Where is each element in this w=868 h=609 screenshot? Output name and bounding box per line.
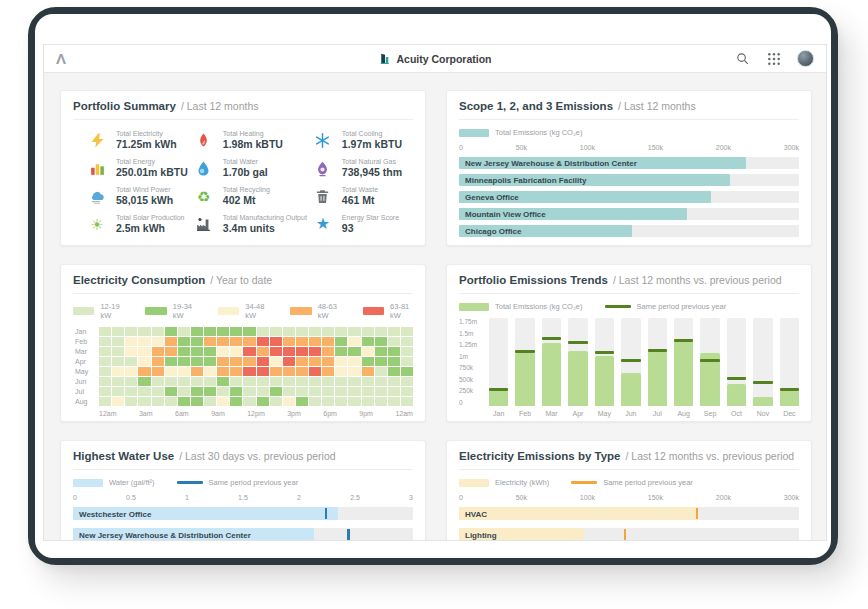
heatmap-cell (257, 337, 269, 346)
legend-swatch (73, 479, 103, 487)
heatmap-cell (125, 357, 137, 366)
heatmap-cell (191, 327, 203, 336)
legend-swatch (459, 479, 489, 487)
axis-tick: 100k (580, 144, 595, 151)
legend-item: Same period previous year (177, 478, 299, 487)
heatmap-cell (125, 387, 137, 396)
metric-value: 71.25m kWh (116, 138, 177, 150)
heatmap-cell (99, 347, 111, 356)
heatmap-row-label: Feb (73, 338, 99, 345)
metric-label: Total Natural Gas (342, 158, 402, 165)
card-scope-emissions: Scope 1, 2, and 3 Emissions / Last 12 mo… (446, 90, 812, 246)
bar-row: Minneapolis Fabrication Facility (459, 174, 799, 186)
previous-period-marker (753, 381, 772, 384)
metric-value: 2.5m kWh (116, 222, 184, 234)
axis-tick: 1 (185, 494, 189, 501)
heatmap-cell (401, 347, 413, 356)
heatmap-row-label: Mar (73, 348, 99, 355)
heatmap-cell (296, 377, 308, 386)
heatmap-cell (99, 337, 111, 346)
legend-swatch (459, 303, 489, 311)
card-title: Scope 1, 2, and 3 Emissions (459, 100, 613, 112)
heatmap-cell (401, 377, 413, 386)
y-axis: 1.75m1.5m1.25m1m750k500k250k0 (459, 318, 485, 406)
heatmap-cell (283, 397, 295, 406)
heatmap-cell (243, 357, 255, 366)
metric-value: 1.70b gal (223, 166, 268, 178)
heatmap-row-label: Jul (73, 388, 99, 395)
heatmap-cell (296, 357, 308, 366)
legend-item: Same period previous year (605, 302, 727, 311)
search-icon[interactable] (733, 50, 751, 68)
heatmap-cell (99, 397, 111, 406)
heatmap-cell (125, 397, 137, 406)
axis-tick: Mar (542, 410, 561, 417)
card-period: / Year to date (210, 274, 272, 286)
legend-item: Electricity (kWh) (459, 478, 549, 487)
heatmap-cell (270, 397, 282, 406)
heatmap-cell (401, 327, 413, 336)
heatmap-cell (388, 357, 400, 366)
metric-item: Total Heating1.98m kBTU (194, 130, 307, 150)
previous-period-marker (624, 529, 627, 540)
bar-fill (780, 390, 799, 406)
heatmap-cell (322, 367, 334, 376)
heatmap-cell (257, 397, 269, 406)
heatmap-cell (191, 347, 203, 356)
heatmap-cell (388, 367, 400, 376)
heatmap-cell (296, 347, 308, 356)
axis-tick: May (595, 410, 614, 417)
tablet-frame: Λ Acuity Corporation (28, 7, 838, 565)
heatmap-cell (362, 367, 374, 376)
heatmap-cell (99, 367, 111, 376)
heatmap-cell (243, 387, 255, 396)
previous-period-marker (347, 529, 350, 540)
heatmap-cell (362, 337, 374, 346)
heatmap-cell (217, 327, 229, 336)
axis-tick: Jul (648, 410, 667, 417)
heatmap-cell (309, 397, 321, 406)
card-header: Portfolio Summary / Last 12 months (73, 100, 413, 120)
axis-tick: 0 (73, 494, 77, 501)
heatmap-cell (388, 377, 400, 386)
metric-label: Total Heating (223, 130, 283, 137)
heatmap-cell (152, 397, 164, 406)
axis-tick: 3pm (287, 410, 301, 417)
heatmap-cell (243, 327, 255, 336)
heatmap-cell (375, 387, 387, 396)
star-icon: ★ (313, 214, 333, 234)
card-water-use: Highest Water Use / Last 30 days vs. pre… (60, 440, 426, 540)
solar-icon: ☀ (87, 214, 107, 234)
heatmap-cells (99, 387, 413, 396)
card-header: Electricity Consumption / Year to date (73, 274, 413, 294)
heatmap-cell (362, 327, 374, 336)
axis-tick: 0 (459, 399, 485, 406)
heatmap-cell (112, 377, 124, 386)
legend-swatch (73, 307, 94, 315)
heatmap-cell (112, 357, 124, 366)
column-group (674, 318, 693, 406)
heatmap-cell (296, 327, 308, 336)
avatar[interactable] (797, 50, 814, 67)
metric-item: ★Energy Star Score93 (313, 214, 411, 234)
metric-value: 93 (342, 222, 399, 234)
metric-label: Total Wind Power (116, 186, 173, 193)
axis-tick: Apr (568, 410, 587, 417)
heatmap-cell (178, 337, 190, 346)
heatmap-cell (204, 347, 216, 356)
heatmap-cell (125, 327, 137, 336)
heatmap-row: Apr (73, 357, 413, 366)
heatmap-cell (230, 367, 242, 376)
apps-grid-icon[interactable] (765, 50, 783, 68)
heatmap-cell (112, 337, 124, 346)
bar-row: HVAC (459, 507, 799, 520)
heatmap-row: Jan (73, 327, 413, 336)
axis-tick: 2.5 (350, 494, 360, 501)
legend-label: 34-48 kW (245, 302, 268, 320)
gas-icon (313, 158, 333, 178)
heatmap-cell (296, 367, 308, 376)
heatmap-cell (401, 357, 413, 366)
brand-logo[interactable]: Λ (56, 50, 65, 67)
axis-tick: 9pm (359, 410, 373, 417)
heatmap-cell (362, 387, 374, 396)
